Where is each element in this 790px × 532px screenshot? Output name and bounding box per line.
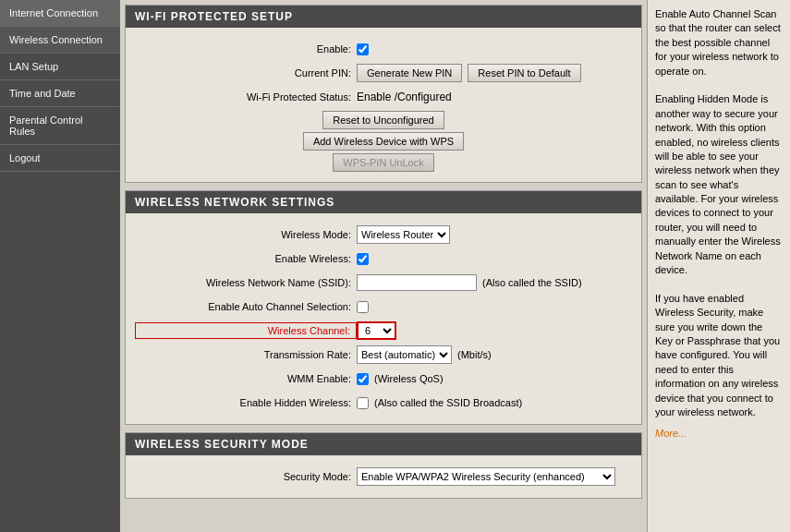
wireless-mode-value: Wireless Router Access Point Repeater bbox=[357, 225, 450, 244]
wireless-security-section: WIRELESS SECURITY MODE Security Mode: En… bbox=[125, 432, 642, 499]
wireless-channel-select[interactable]: 12345 67891011 bbox=[357, 321, 396, 340]
auto-channel-value bbox=[357, 301, 369, 313]
wps-pin-label: Current PIN: bbox=[135, 67, 357, 79]
auto-channel-label: Enable Auto Channel Selection: bbox=[135, 301, 357, 312]
security-mode-label: Security Mode: bbox=[135, 471, 357, 482]
more-link[interactable]: More... bbox=[655, 427, 783, 441]
wps-status-label: Wi-Fi Protected Status: bbox=[135, 91, 357, 103]
wps-status-value: Enable /Configured bbox=[357, 91, 452, 103]
wireless-mode-row: Wireless Mode: Wireless Router Access Po… bbox=[135, 224, 632, 245]
transmission-rate-row: Transmission Rate: Best (automatic) 54 M… bbox=[135, 345, 632, 365]
sidebar: Internet Connection Wireless Connection … bbox=[0, 0, 120, 532]
wps-pin-row: Current PIN: Generate New PIN Reset PIN … bbox=[135, 63, 632, 83]
enable-wireless-checkbox[interactable] bbox=[357, 253, 369, 265]
wps-pin-buttons: Generate New PIN Reset PIN to Default bbox=[357, 64, 581, 82]
enable-wireless-label: Enable Wireless: bbox=[135, 253, 357, 264]
ssid-row: Wireless Network Name (SSID): (Also call… bbox=[135, 272, 632, 293]
wps-enable-row: Enable: bbox=[135, 39, 632, 59]
transmission-rate-label: Transmission Rate: bbox=[135, 349, 357, 360]
wmm-enable-checkbox[interactable] bbox=[357, 373, 369, 385]
security-mode-select[interactable]: Enable WPA/WPA2 Wireless Security (enhan… bbox=[357, 467, 615, 486]
sidebar-item-lan-setup[interactable]: LAN Setup bbox=[0, 54, 120, 80]
wmm-also-label: (Wireless QoS) bbox=[374, 373, 444, 384]
generate-new-pin-button[interactable]: Generate New PIN bbox=[357, 64, 462, 82]
wireless-security-header: WIRELESS SECURITY MODE bbox=[126, 433, 641, 455]
enable-wireless-value bbox=[357, 253, 369, 265]
security-mode-value: Enable WPA/WPA2 Wireless Security (enhan… bbox=[357, 467, 615, 486]
wireless-mode-label: Wireless Mode: bbox=[135, 229, 357, 240]
hidden-wireless-label: Enable Hidden Wireless: bbox=[135, 397, 357, 408]
wps-status-row: Wi-Fi Protected Status: Enable /Configur… bbox=[135, 87, 632, 107]
wps-enable-value bbox=[357, 43, 369, 55]
wps-pin-unlock-button[interactable]: WPS-PIN UnLock bbox=[333, 153, 433, 172]
wmm-enable-value: (Wireless QoS) bbox=[357, 373, 444, 385]
hidden-wireless-also-label: (Also called the SSID Broadcast) bbox=[374, 397, 522, 408]
transmission-rate-select[interactable]: Best (automatic) 54 Mbps 48 Mbps 36 Mbps bbox=[357, 345, 452, 364]
right-panel-text2: Enabling Hidden Mode is another way to s… bbox=[655, 92, 783, 277]
main-content: WI-FI PROTECTED SETUP Enable: Current PI… bbox=[120, 0, 647, 532]
wireless-channel-value: 12345 67891011 bbox=[357, 321, 396, 340]
right-panel-text1: Enable Auto Channel Scan so that the rou… bbox=[655, 7, 783, 79]
transmission-rate-value: Best (automatic) 54 Mbps 48 Mbps 36 Mbps… bbox=[357, 345, 492, 364]
enable-wireless-row: Enable Wireless: bbox=[135, 248, 632, 269]
ssid-label: Wireless Network Name (SSID): bbox=[135, 277, 357, 288]
wireless-channel-label: Wireless Channel: bbox=[135, 322, 357, 339]
wmm-enable-row: WMM Enable: (Wireless QoS) bbox=[135, 369, 632, 389]
wireless-security-content: Security Mode: Enable WPA/WPA2 Wireless … bbox=[126, 455, 641, 498]
ssid-also-label: (Also called the SSID) bbox=[482, 277, 582, 288]
wmm-enable-label: WMM Enable: bbox=[135, 373, 357, 384]
wps-enable-label: Enable: bbox=[135, 43, 357, 54]
wps-section-content: Enable: Current PIN: Generate New PIN Re… bbox=[126, 28, 641, 182]
hidden-wireless-value: (Also called the SSID Broadcast) bbox=[357, 397, 522, 409]
wps-enable-checkbox[interactable] bbox=[357, 43, 369, 55]
sidebar-item-time-and-date[interactable]: Time and Date bbox=[0, 80, 120, 107]
wireless-network-content: Wireless Mode: Wireless Router Access Po… bbox=[126, 213, 641, 424]
right-panel-text3: If you have enabled Wireless Security, m… bbox=[655, 292, 783, 420]
transmission-rate-unit: (Mbit/s) bbox=[457, 349, 492, 360]
wps-section: WI-FI PROTECTED SETUP Enable: Current PI… bbox=[125, 5, 642, 183]
wps-add-device-row: Add Wireless Device with WPS bbox=[135, 132, 632, 151]
sidebar-item-parental-control-rules[interactable]: Parental Control Rules bbox=[0, 107, 120, 145]
auto-channel-checkbox[interactable] bbox=[357, 301, 369, 313]
wireless-channel-row: Wireless Channel: 12345 67891011 bbox=[135, 320, 632, 341]
auto-channel-row: Enable Auto Channel Selection: bbox=[135, 296, 632, 317]
sidebar-item-logout[interactable]: Logout bbox=[0, 145, 120, 172]
wireless-network-section: WIRELESS NETWORK SETTINGS Wireless Mode:… bbox=[125, 190, 642, 425]
sidebar-item-wireless-connection[interactable]: Wireless Connection bbox=[0, 27, 120, 54]
wireless-network-header: WIRELESS NETWORK SETTINGS bbox=[126, 191, 641, 213]
sidebar-item-internet-connection[interactable]: Internet Connection bbox=[0, 0, 120, 27]
ssid-input[interactable] bbox=[357, 274, 477, 291]
add-wireless-device-button[interactable]: Add Wireless Device with WPS bbox=[303, 132, 464, 151]
reset-pin-button[interactable]: Reset PIN to Default bbox=[468, 64, 580, 82]
wireless-mode-select[interactable]: Wireless Router Access Point Repeater bbox=[357, 225, 450, 244]
security-mode-row: Security Mode: Enable WPA/WPA2 Wireless … bbox=[135, 466, 632, 487]
hidden-wireless-checkbox[interactable] bbox=[357, 397, 369, 409]
ssid-value: (Also called the SSID) bbox=[357, 274, 582, 291]
wps-section-header: WI-FI PROTECTED SETUP bbox=[126, 6, 641, 28]
right-panel: Enable Auto Channel Scan so that the rou… bbox=[647, 0, 790, 532]
wps-unlock-row: WPS-PIN UnLock bbox=[135, 153, 632, 172]
reset-unconfigured-button[interactable]: Reset to Unconfigured bbox=[322, 111, 444, 129]
wps-reset-row: Reset to Unconfigured bbox=[135, 111, 632, 129]
hidden-wireless-row: Enable Hidden Wireless: (Also called the… bbox=[135, 393, 632, 413]
